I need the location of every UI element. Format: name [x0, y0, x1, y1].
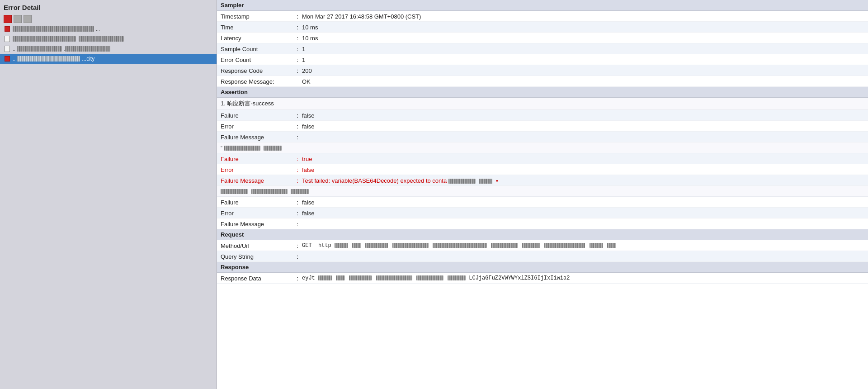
tree-item-2[interactable]	[0, 34, 217, 44]
tree-item-2-label2	[79, 36, 124, 42]
assertion-2-blurred-2	[264, 146, 282, 151]
label-sample-count: Sample Count	[221, 45, 293, 52]
url-blurred-3	[365, 243, 388, 248]
url-blurred-6	[491, 243, 518, 248]
assertion-3-name	[217, 186, 868, 197]
row-method-url: Method/Url : GET http	[217, 240, 868, 251]
url-blurred-4	[392, 243, 429, 248]
item-icon-3	[4, 45, 11, 52]
value-response-data: eyJt LCJjaGFuZ2VWYWYxlZSI6IjIxIiwia2	[302, 274, 864, 281]
label-failure-3: Failure	[221, 198, 293, 206]
tree-item-3-dots: ...	[13, 46, 17, 52]
left-panel: Error Detail ... ... . ... ...	[0, 0, 217, 389]
row-query-string: Query String :	[217, 251, 868, 262]
assertion-2-name: "	[217, 142, 868, 153]
item-icon-2	[4, 35, 11, 43]
toolbar-red-button[interactable]	[4, 15, 12, 23]
label-failure-2: Failure	[221, 155, 293, 162]
resp-blurred-4	[376, 275, 412, 280]
url-blurred-2	[352, 243, 361, 248]
url-blurred-1	[335, 243, 348, 248]
toolbar-gray-button-2[interactable]	[24, 15, 32, 23]
label-method-url: Method/Url	[221, 242, 293, 249]
resp-blurred-1	[318, 275, 332, 280]
label-time: Time	[221, 23, 293, 31]
label-timestamp: Timestamp	[221, 12, 293, 20]
row-error-2: Error : false	[217, 164, 868, 175]
value-time: 10 ms	[302, 23, 864, 31]
tree-item-1[interactable]: ...	[0, 24, 217, 34]
row-failure-3: Failure : false	[217, 197, 868, 208]
label-response-message: Response Message:	[221, 77, 293, 85]
tree-item-3-label	[17, 46, 62, 52]
failure-msg-blurred-2	[479, 179, 492, 184]
failure-msg-dot: ▪	[496, 177, 498, 184]
value-timestamp: Mon Mar 27 2017 16:48:58 GMT+0800 (CST)	[302, 12, 864, 20]
row-timestamp: Timestamp : Mon Mar 27 2017 16:48:58 GMT…	[217, 11, 868, 22]
label-error-count: Error Count	[221, 56, 293, 63]
value-failure-3: false	[302, 198, 864, 206]
toolbar-gray-button-1[interactable]	[14, 15, 22, 23]
assertion-3-blurred-2	[251, 189, 288, 194]
value-error-count: 1	[302, 56, 864, 63]
value-error-1: false	[302, 122, 864, 130]
assertion-2-prefix: "	[221, 145, 222, 151]
resp-blurred-6	[448, 275, 466, 280]
tree-item-2-label	[13, 36, 76, 42]
row-response-message: Response Message: OK	[217, 76, 868, 87]
doc-icon-2	[5, 36, 10, 42]
value-error-2: false	[302, 166, 864, 173]
value-sample-count: 1	[302, 45, 864, 52]
url-blurred-5	[433, 243, 487, 248]
label-query-string: Query String	[221, 252, 293, 260]
label-error-3: Error	[221, 209, 293, 217]
value-failure-1: false	[302, 111, 864, 119]
value-failure-msg-3	[302, 220, 864, 221]
label-failure-1: Failure	[221, 111, 293, 119]
assertion-2-blurred-1	[224, 146, 260, 151]
tree-item-1-label	[13, 26, 94, 32]
tree-item-3-label2	[65, 46, 110, 52]
url-blurred-8	[544, 243, 585, 248]
label-failure-msg-3: Failure Message	[221, 220, 293, 228]
value-query-string	[302, 252, 864, 253]
row-failure-msg-1: Failure Message :	[217, 132, 868, 142]
label-failure-msg-2: Failure Message	[221, 176, 293, 184]
right-panel: Sampler Timestamp : Mon Mar 27 2017 16:4…	[217, 0, 868, 389]
red-square-icon-4	[5, 56, 10, 62]
resp-blurred-2	[336, 275, 345, 280]
response-header: Response	[217, 262, 868, 273]
request-header: Request	[217, 229, 868, 240]
item-icon-1	[4, 25, 11, 33]
row-error-count: Error Count : 1	[217, 54, 868, 65]
label-response-code: Response Code	[221, 66, 293, 74]
tree-item-3[interactable]: ... .	[0, 44, 217, 54]
row-time: Time : 10 ms	[217, 22, 868, 33]
row-failure-2: Failure : true	[217, 153, 868, 164]
item-icon-4	[4, 55, 11, 62]
red-square-icon	[5, 26, 10, 32]
tree-item-1-dots: ...	[96, 26, 100, 32]
label-failure-msg-1: Failure Message	[221, 133, 293, 141]
assertion-1-name: 1. 响应断言-success	[217, 98, 868, 110]
value-error-3: false	[302, 209, 864, 217]
value-failure-msg-1	[302, 133, 864, 134]
tree-item-4[interactable]: ... ...city	[0, 54, 217, 64]
assertion-header: Assertion	[217, 87, 868, 98]
tree-item-4-label	[17, 56, 80, 62]
resp-blurred-5	[416, 275, 443, 280]
value-response-message: OK	[302, 77, 864, 85]
row-failure-msg-3: Failure Message :	[217, 218, 868, 229]
failure-msg-blurred-1	[448, 179, 476, 184]
row-failure-msg-2: Failure Message : Test failed: variable(…	[217, 175, 868, 186]
row-error-3: Error : false	[217, 208, 868, 218]
sampler-header: Sampler	[217, 0, 868, 11]
url-blurred-10	[607, 243, 616, 248]
assertion-3-blurred-3	[291, 189, 309, 194]
label-error-1: Error	[221, 122, 293, 130]
url-blurred-7	[522, 243, 540, 248]
value-failure-msg-2: Test failed: variable(BASE64Decode) expe…	[302, 176, 864, 184]
label-error-2: Error	[221, 166, 293, 173]
url-blurred-9	[590, 243, 603, 248]
value-method-url: GET http	[302, 242, 864, 249]
